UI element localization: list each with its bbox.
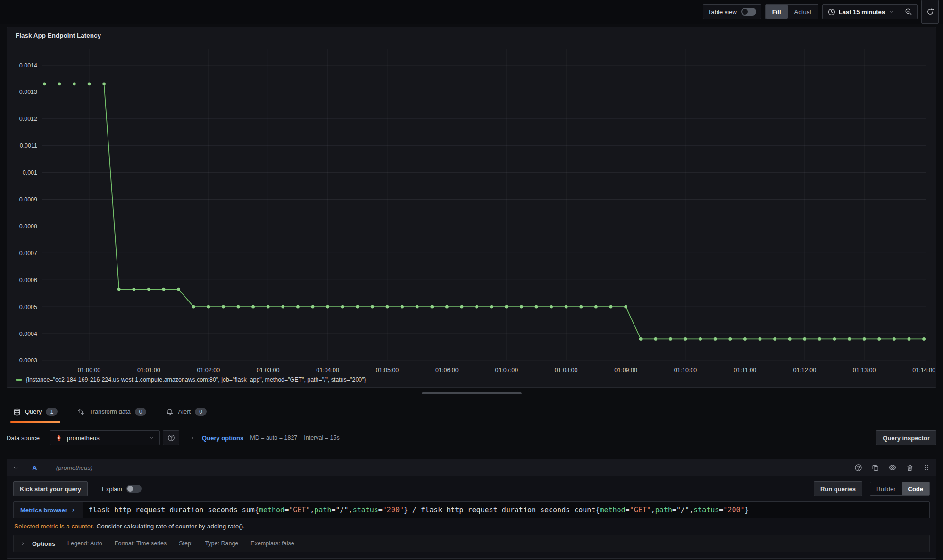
metrics-browser-toggle[interactable]: Metrics browser — [14, 502, 83, 518]
datasource-help-button[interactable] — [163, 430, 179, 445]
table-view-control: Table view — [703, 4, 761, 19]
query-controls-row: Kick start your query Explain Run querie… — [13, 481, 930, 496]
svg-text:01:02:00: 01:02:00 — [197, 367, 220, 374]
svg-text:01:14:00: 01:14:00 — [912, 367, 935, 374]
panel-title: Flask App Endpoint Latency — [16, 32, 101, 39]
svg-text:01:12:00: 01:12:00 — [793, 367, 816, 374]
time-picker-group: Last 15 minutes — [822, 4, 918, 19]
tab-alert-label: Alert — [178, 408, 191, 415]
kick-start-query-button[interactable]: Kick start your query — [13, 481, 88, 496]
grip-dots-icon — [923, 464, 930, 471]
latency-chart[interactable]: 0.00140.00130.00120.00110.0010.00090.000… — [7, 42, 937, 379]
panel-resize-handle[interactable] — [422, 392, 522, 394]
run-queries-button[interactable]: Run queries — [814, 481, 862, 496]
tab-alert-badge: 0 — [195, 408, 207, 416]
svg-text:0.0007: 0.0007 — [19, 250, 37, 257]
toggle-visibility-button[interactable] — [888, 463, 897, 472]
query-inspector-button[interactable]: Query inspector — [876, 430, 936, 445]
svg-text:01:10:00: 01:10:00 — [674, 367, 697, 374]
svg-text:0.0014: 0.0014 — [19, 62, 37, 69]
tab-query-badge: 1 — [46, 408, 58, 416]
svg-text:0.0012: 0.0012 — [19, 116, 37, 122]
query-datasource-hint: (prometheus) — [56, 464, 92, 471]
option-format: Format: Time series — [115, 540, 167, 547]
options-label: Options — [32, 540, 55, 547]
svg-text:0.0013: 0.0013 — [19, 89, 37, 95]
promql-editor: Metrics browser flask_http_request_durat… — [13, 501, 930, 518]
svg-text:0.0004: 0.0004 — [19, 331, 37, 337]
time-range-label: Last 15 minutes — [839, 8, 885, 16]
query-row-header[interactable]: A (prometheus) — [7, 459, 936, 476]
time-range-picker[interactable]: Last 15 minutes — [823, 5, 900, 19]
database-icon — [13, 408, 21, 416]
query-right-controls: Run queries Builder Code — [814, 481, 930, 496]
query-options-toggle[interactable]: Query options MD = auto = 1827 Interval … — [190, 435, 340, 442]
svg-text:0.001: 0.001 — [23, 169, 37, 176]
query-editor-section: A (prometheus) Kick start your query E — [7, 459, 936, 559]
top-toolbar: Table view Fill Actual Last 15 minutes — [0, 0, 943, 24]
warning-text: Selected metric is a counter. — [14, 523, 94, 530]
fill-option[interactable]: Fill — [766, 5, 788, 19]
actual-option[interactable]: Actual — [788, 5, 818, 19]
question-circle-icon — [167, 434, 175, 442]
promql-input[interactable]: flask_http_request_duration_seconds_sum{… — [83, 502, 929, 518]
max-data-points-value: MD = auto = 1827 — [250, 435, 297, 441]
tab-alert[interactable]: Alert 0 — [163, 401, 209, 423]
svg-text:01:06:00: 01:06:00 — [435, 367, 459, 374]
svg-text:01:05:00: 01:05:00 — [376, 367, 399, 374]
svg-text:01:13:00: 01:13:00 — [853, 367, 876, 374]
svg-text:01:07:00: 01:07:00 — [495, 367, 518, 374]
svg-text:0.0003: 0.0003 — [19, 357, 37, 364]
datasource-info-button[interactable] — [854, 464, 862, 472]
svg-text:0.0008: 0.0008 — [19, 223, 37, 230]
option-exemplars: Exemplars: false — [250, 540, 294, 547]
tab-transform-label: Transform data — [89, 408, 131, 415]
chevron-right-icon — [20, 541, 25, 546]
trash-icon — [906, 464, 914, 472]
zoom-out-time-button[interactable] — [900, 5, 917, 19]
duplicate-query-button[interactable] — [871, 464, 879, 472]
refresh-button[interactable] — [921, 0, 939, 24]
svg-text:0.0005: 0.0005 — [19, 304, 37, 310]
chevron-down-icon — [149, 435, 155, 441]
chevron-down-icon — [889, 9, 894, 15]
legend-series-swatch — [16, 379, 22, 381]
svg-text:01:00:00: 01:00:00 — [78, 367, 101, 374]
warning-rate-link[interactable]: Consider calculating rate of counter by … — [97, 523, 245, 530]
interval-value: Interval = 15s — [304, 435, 339, 441]
table-view-toggle[interactable] — [741, 8, 756, 16]
tab-transform-data[interactable]: Transform data 0 — [75, 401, 149, 423]
builder-mode-option[interactable]: Builder — [870, 482, 901, 495]
datasource-picker[interactable]: prometheus — [50, 430, 160, 445]
tab-query[interactable]: Query 1 — [10, 401, 60, 423]
collapse-chevron-icon[interactable] — [13, 465, 19, 471]
chevron-right-icon — [190, 435, 195, 441]
chart-legend[interactable]: {instance="ec2-184-169-216-224.us-west-1… — [16, 376, 366, 383]
refresh-icon — [926, 8, 934, 16]
explain-label: Explain — [102, 485, 122, 493]
query-options-collapsed[interactable]: Options Legend: Auto Format: Time series… — [13, 535, 930, 552]
svg-text:01:01:00: 01:01:00 — [137, 367, 160, 374]
fill-actual-toggle: Fill Actual — [765, 4, 818, 19]
delete-query-button[interactable] — [906, 464, 914, 472]
explain-control: Explain — [102, 485, 142, 493]
drag-handle[interactable] — [923, 464, 930, 471]
magnifier-minus-icon — [905, 8, 912, 16]
question-circle-icon — [854, 464, 862, 472]
svg-text:01:11:00: 01:11:00 — [734, 367, 757, 374]
svg-text:0.0006: 0.0006 — [19, 277, 37, 284]
query-ref-id: A — [32, 464, 37, 472]
code-mode-option[interactable]: Code — [902, 482, 930, 495]
query-row-body: Kick start your query Explain Run querie… — [7, 476, 936, 558]
explain-toggle[interactable] — [126, 485, 142, 493]
datasource-value: prometheus — [67, 435, 145, 442]
prometheus-flame-icon — [55, 434, 63, 442]
counter-warning: Selected metric is a counter.Consider ca… — [14, 523, 930, 530]
clock-icon — [828, 8, 835, 16]
svg-text:01:08:00: 01:08:00 — [555, 367, 578, 374]
editor-mode-toggle: Builder Code — [870, 482, 930, 496]
datasource-row: Data source prometheus Query options MD … — [7, 430, 936, 446]
bell-icon — [166, 408, 174, 416]
svg-text:01:03:00: 01:03:00 — [257, 367, 280, 374]
transform-icon — [77, 408, 85, 416]
